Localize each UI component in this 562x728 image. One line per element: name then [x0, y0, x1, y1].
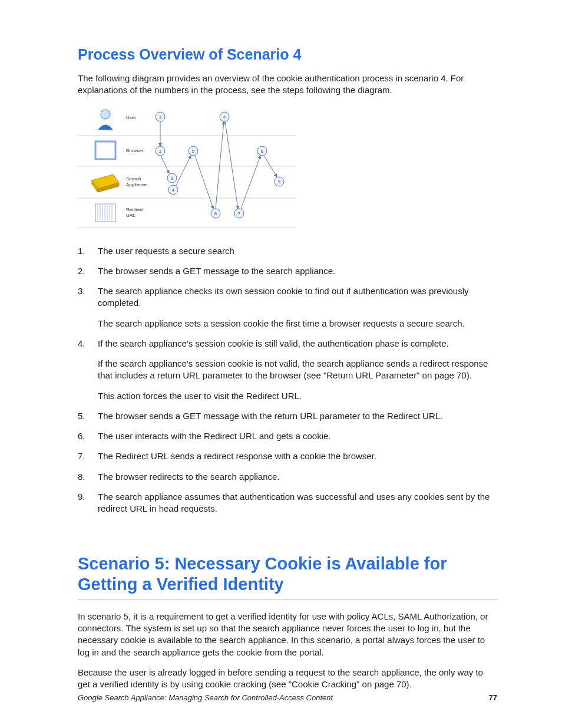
step-item: 8.The browser redirects to the search ap…	[78, 471, 497, 483]
page-footer: Google Search Appliance: Managing Search…	[78, 693, 497, 702]
step-subtext: This action forces the user to visit the…	[98, 390, 497, 402]
step-number: 4.	[78, 338, 98, 402]
redirect-url-icon	[95, 204, 115, 222]
scenario-5-paragraph-1: In scenario 5, it is a requirement to ge…	[78, 611, 497, 658]
step-item: 6.The user interacts with the Redirect U…	[78, 430, 497, 442]
lane-label-search-appliance-2: Appliance	[126, 182, 147, 187]
step-number: 5.	[78, 410, 98, 422]
lane-label-search-appliance-1: Search	[126, 176, 141, 182]
footer-document-title: Google Search Appliance: Managing Search…	[78, 693, 333, 702]
diagram-node-c: c	[223, 115, 226, 119]
diagram-node-7: 7	[238, 212, 240, 216]
step-subtext: The search appliance sets a session cook…	[98, 318, 497, 330]
diagram-node-8: 8	[261, 149, 263, 153]
scenario-5-paragraph-2: Because the user is already logged in be…	[78, 667, 497, 691]
step-number: 7.	[78, 450, 98, 462]
browser-icon	[95, 141, 115, 159]
step-text: The user interacts with the Redirect URL…	[98, 430, 497, 442]
step-subtext: If the search appliance's session cookie…	[98, 358, 497, 382]
step-text: The browser redirects to the search appl…	[98, 471, 497, 483]
steps-list: 1.The user requests a secure search2.The…	[78, 245, 497, 515]
step-text: The Redirect URL sends a redirect respon…	[98, 450, 497, 462]
diagram-node-9: 9	[278, 180, 280, 184]
step-text: The browser sends a GET message with the…	[98, 410, 497, 422]
svg-line-16	[161, 156, 169, 173]
user-icon	[98, 110, 113, 130]
heading-scenario-5: Scenario 5: Necessary Cookie is Availabl…	[78, 554, 497, 595]
svg-line-23	[216, 121, 224, 209]
svg-line-21	[195, 156, 213, 209]
diagram-node-4: 4	[172, 188, 174, 192]
diagram-node-3: 3	[171, 176, 173, 180]
step-text: The browser sends a GET message to the s…	[98, 265, 497, 277]
footer-page-number: 77	[489, 693, 497, 702]
lane-label-redirect-1: Redirect	[126, 207, 144, 212]
intro-paragraph-scenario-4: The following diagram provides an overvi…	[78, 73, 497, 97]
step-item: 5.The browser sends a GET message with t…	[78, 410, 497, 422]
step-number: 6.	[78, 430, 98, 442]
step-item: 1.The user requests a secure search	[78, 245, 497, 257]
document-page: Process Overview of Scenario 4 The follo…	[0, 0, 562, 728]
step-text: If the search appliance's session cookie…	[98, 338, 497, 402]
svg-rect-6	[95, 204, 115, 222]
heading-divider	[78, 599, 497, 600]
step-number: 3.	[78, 285, 98, 330]
step-item: 4.If the search appliance's session cook…	[78, 338, 497, 402]
step-number: 1.	[78, 245, 98, 257]
svg-line-19	[176, 156, 191, 186]
step-number: 2.	[78, 265, 98, 277]
step-item: 3.The search appliance checks its own se…	[78, 285, 497, 330]
step-text: The search appliance checks its own sess…	[98, 285, 497, 330]
heading-scenario-4: Process Overview of Scenario 4	[78, 46, 497, 63]
svg-line-25	[225, 121, 238, 209]
search-appliance-icon	[92, 174, 119, 192]
lane-label-browser: Browser	[126, 148, 144, 153]
process-diagram: User Browser Search Appliance	[78, 105, 497, 231]
diagram-node-6: 6	[214, 212, 217, 216]
step-text: The user requests a secure search	[98, 245, 497, 257]
diagram-node-1: 1	[159, 115, 161, 119]
step-number: 8.	[78, 471, 98, 483]
step-item: 9.The search appliance assumes that auth…	[78, 491, 497, 515]
step-number: 9.	[78, 491, 98, 515]
lane-label-user: User	[126, 115, 136, 120]
step-text: The search appliance assumes that authen…	[98, 491, 497, 515]
step-item: 2.The browser sends a GET message to the…	[78, 265, 497, 277]
step-item: 7.The Redirect URL sends a redirect resp…	[78, 450, 497, 462]
svg-point-4	[101, 110, 110, 119]
diagram-node-5: 5	[192, 149, 194, 153]
diagram-node-2: 2	[159, 149, 161, 153]
svg-line-27	[241, 156, 260, 209]
svg-rect-5	[95, 141, 115, 159]
lane-label-redirect-2: URL	[126, 213, 136, 218]
